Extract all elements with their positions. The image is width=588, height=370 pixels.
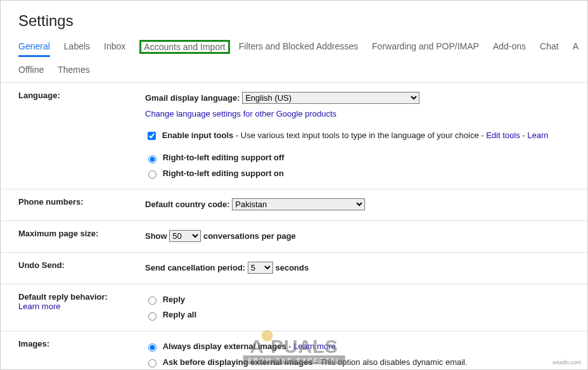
reply-all-label: Reply all — [163, 310, 196, 319]
seconds-label: seconds — [275, 263, 309, 272]
rtl-off-label: Right-to-left editing support off — [163, 153, 284, 162]
cancel-period-select[interactable]: 5 — [248, 262, 273, 274]
tab-addons[interactable]: Add-ons — [493, 41, 526, 55]
label-undo-send: Undo Send: — [18, 260, 145, 270]
tabs-row-1: General Labels Inbox Accounts and Import… — [1, 30, 587, 57]
learn-more-reply[interactable]: Learn more — [18, 302, 145, 311]
tab-filters[interactable]: Filters and Blocked Addresses — [239, 41, 358, 55]
tab-more[interactable]: A — [573, 41, 578, 55]
rtl-off-radio[interactable] — [148, 155, 157, 163]
always-display-images-radio[interactable] — [148, 343, 157, 352]
reply-radio[interactable] — [148, 297, 157, 305]
enable-input-tools-checkbox[interactable] — [148, 132, 156, 140]
enable-input-tools-desc: - Use various text input tools to type i… — [236, 131, 486, 140]
cancel-period-label: Send cancellation period: — [145, 263, 248, 272]
default-country-code-select[interactable]: Pakistan — [232, 198, 365, 210]
ask-before-images-radio[interactable] — [148, 359, 157, 367]
label-page-size: Maximum page size: — [18, 229, 145, 238]
default-country-code-label: Default country code: — [145, 200, 232, 209]
display-language-label: Gmail display language: — [145, 93, 242, 103]
edit-tools-link[interactable]: Edit tools — [486, 131, 520, 140]
watermark-text: wsxdn.com — [553, 359, 581, 366]
show-label: Show — [145, 231, 169, 241]
page-size-select[interactable]: 50 — [169, 230, 201, 242]
tab-offline[interactable]: Offline — [18, 65, 44, 75]
tabs-row-2: Offline Themes — [1, 57, 587, 83]
section-phone-numbers: Phone numbers: Default country code: Pak… — [1, 189, 587, 221]
enable-input-tools-label: Enable input tools — [162, 131, 234, 140]
settings-content: Language: Gmail display language: Englis… — [1, 83, 587, 370]
reply-all-radio[interactable] — [148, 312, 157, 321]
display-language-select[interactable]: English (US) — [242, 92, 419, 104]
reply-label: Reply — [163, 295, 185, 304]
conversations-per-page-label: conversations per page — [203, 231, 296, 241]
label-language: Language: — [18, 91, 145, 100]
tab-labels[interactable]: Labels — [64, 41, 90, 55]
rtl-on-radio[interactable] — [148, 170, 157, 179]
change-language-link[interactable]: Change language settings for other Googl… — [145, 109, 336, 118]
section-undo-send: Undo Send: Send cancellation period: 5 s… — [1, 253, 587, 284]
learn-link-input-tools[interactable]: Learn — [527, 131, 548, 140]
tab-forwarding[interactable]: Forwarding and POP/IMAP — [372, 41, 479, 55]
label-default-reply: Default reply behavior: Learn more — [18, 292, 145, 311]
watermark-logo: APUALS FROM THE EXPERTS! — [243, 339, 345, 364]
label-phone: Phone numbers: — [18, 197, 145, 207]
tab-inbox[interactable]: Inbox — [104, 41, 125, 55]
tab-accounts-and-import[interactable]: Accounts and Import — [139, 40, 229, 54]
label-images: Images: — [18, 339, 145, 348]
section-language: Language: Gmail display language: Englis… — [1, 83, 587, 189]
section-default-reply: Default reply behavior: Learn more Reply… — [1, 284, 587, 331]
tab-themes[interactable]: Themes — [58, 65, 90, 75]
tab-general[interactable]: General — [18, 41, 50, 57]
section-page-size: Maximum page size: Show 50 conversations… — [1, 221, 587, 253]
rtl-on-label: Right-to-left editing support on — [163, 169, 284, 178]
page-title: Settings — [1, 1, 587, 30]
tab-chat[interactable]: Chat — [540, 41, 559, 55]
